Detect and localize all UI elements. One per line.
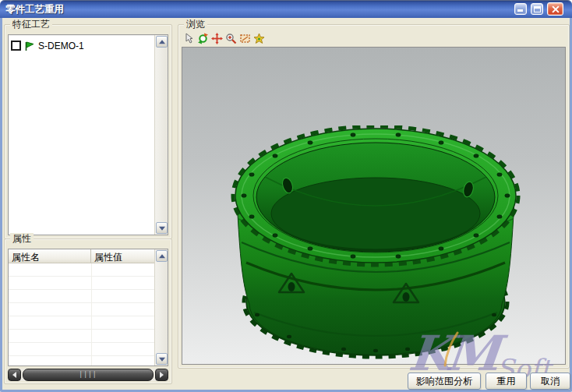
column-separator [91,263,92,366]
close-button[interactable] [547,2,563,16]
feature-tree[interactable]: S-DEMO-1 [8,34,168,235]
impact-scope-analysis-button[interactable]: 影响范围分析 [408,373,481,390]
properties-table-rows[interactable] [9,263,154,366]
minimize-icon [517,9,523,12]
dialog-window: 零件工艺重用 特征工艺 S-DEMO-1 [0,0,572,392]
scrollbar-grip-icon: |||| [79,372,97,378]
scroll-right-button[interactable] [155,369,168,381]
table-scroll-up-button[interactable] [156,250,168,262]
horizontal-scrollbar-thumb[interactable]: |||| [23,369,154,381]
maximize-icon [534,6,541,12]
tree-scroll-up-button[interactable] [156,36,168,48]
properties-label: 属性 [10,233,34,244]
title-bar[interactable]: 零件工艺重用 [0,0,572,18]
scroll-left-button[interactable] [8,369,21,381]
rotate-view-icon[interactable] [197,33,209,44]
column-header-value[interactable]: 属性值 [91,249,154,263]
minimize-button[interactable] [514,3,527,15]
chevron-up-icon [159,254,165,258]
chevron-down-icon [159,357,165,361]
view-toolbar [183,33,265,45]
window-title: 零件工艺重用 [5,3,64,16]
cancel-button[interactable]: 取消 [530,373,570,390]
tree-vertical-scrollbar[interactable] [154,35,168,235]
chevron-down-icon [159,226,165,230]
properties-table[interactable]: 属性名 属性值 [8,249,168,366]
maximize-button[interactable] [531,3,543,15]
zoom-window-icon[interactable] [239,33,251,44]
model-viewport[interactable] [182,47,566,365]
browse-group: 浏览 [178,24,570,369]
tree-item-label: S-DEMO-1 [38,41,84,51]
table-scroll-down-button[interactable] [156,353,168,365]
column-header-name[interactable]: 属性名 [9,249,91,263]
select-cursor-icon[interactable] [183,33,195,44]
tree-item-sdemo1[interactable]: S-DEMO-1 [11,39,84,52]
pan-view-icon[interactable] [211,33,223,44]
zoom-dynamic-icon[interactable] [225,33,237,44]
feature-process-group: 特征工艺 S-DEMO-1 [4,24,172,239]
properties-group: 属性 属性名 属性值 |||| [4,238,172,384]
green-ring-3d-model [231,125,525,359]
tree-scroll-down-button[interactable] [156,222,168,234]
dialog-client-area: 特征工艺 S-DEMO-1 属性 [2,18,570,390]
reuse-button[interactable]: 重用 [485,373,527,390]
feature-process-label: 特征工艺 [10,19,52,30]
browse-label: 浏览 [184,19,207,30]
chevron-right-icon [160,372,164,378]
chevron-left-icon [12,372,16,378]
table-horizontal-scrollbar[interactable]: |||| [8,369,168,381]
properties-table-header: 属性名 属性值 [9,249,154,263]
fit-view-icon[interactable] [253,33,265,44]
tree-item-checkbox[interactable] [11,41,21,51]
chevron-up-icon [159,40,165,44]
green-flag-icon [24,41,35,51]
table-vertical-scrollbar[interactable] [154,249,168,366]
